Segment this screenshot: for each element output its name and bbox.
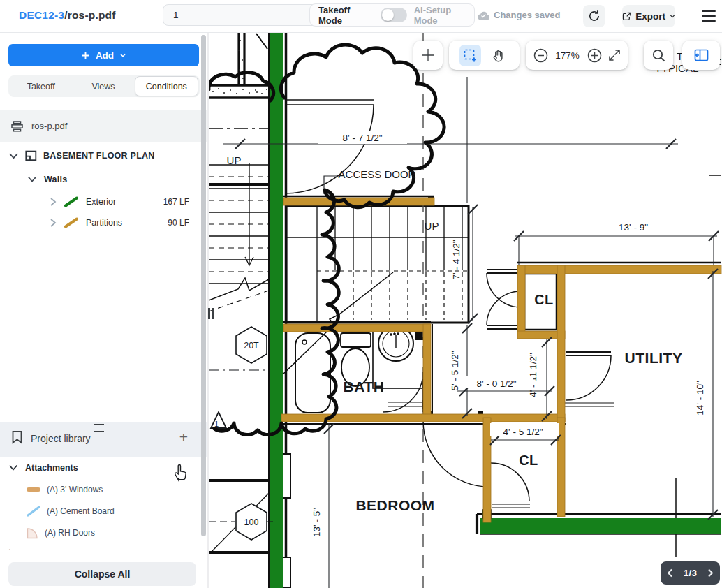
export-icon xyxy=(622,11,631,22)
window-swatch-icon xyxy=(26,485,41,494)
plan-fixtures xyxy=(295,326,427,413)
hand-icon xyxy=(492,49,505,62)
dim-label: 4' - 11 1/2" xyxy=(528,353,538,397)
collapse-all-button[interactable]: Collapse All xyxy=(8,562,196,586)
fit-screen-button[interactable] xyxy=(608,49,621,61)
project-library-add-button[interactable]: + xyxy=(179,429,188,446)
exterior-swatch-icon xyxy=(64,196,79,207)
toggle-knob xyxy=(382,9,394,21)
marquee-select-icon xyxy=(464,49,477,62)
project-name[interactable]: DEC12-3 xyxy=(19,9,64,21)
mode-switch-group: Takeoff Mode AI-Setup Mode xyxy=(309,3,475,27)
left-sidebar: Add Takeoff Views Conditions ros-p.pdf B… xyxy=(0,32,207,588)
project-library-section[interactable]: Project library + xyxy=(0,422,207,457)
tree-item-walls[interactable]: Walls xyxy=(27,172,67,187)
detail-tag: 100 xyxy=(244,517,259,527)
top-bar: DEC12-3/ros-p.pdf 1 Takeoff Mode AI-Setu… xyxy=(0,0,722,33)
dim-label: 14' - 10" xyxy=(695,381,705,416)
crosshair-tool-button[interactable] xyxy=(413,41,443,70)
bookmark-icon xyxy=(11,430,23,444)
project-library-title: Project library xyxy=(31,433,91,444)
attachments-title: Attachments xyxy=(25,463,78,473)
zoom-toolgroup: 177% xyxy=(526,41,628,70)
revision-cloud xyxy=(209,45,444,435)
search-button[interactable] xyxy=(644,41,673,70)
refresh-button[interactable] xyxy=(583,5,605,27)
floor-plan-icon xyxy=(25,150,37,161)
room-label-bath: BATH xyxy=(344,378,385,395)
ai-setup-mode-label: AI-Setup Mode xyxy=(414,5,474,26)
zoom-in-button[interactable] xyxy=(587,48,602,63)
attachment-item-windows[interactable]: (A) 3' Windows xyxy=(26,485,103,494)
dim-label: 13' - 5" xyxy=(311,508,322,537)
chevron-right-icon[interactable] xyxy=(50,218,57,228)
cloud-check-icon xyxy=(478,10,489,20)
marquee-select-button[interactable] xyxy=(459,45,481,66)
access-door-label: ACCESS DOOR xyxy=(339,168,416,180)
file-name: ros-p.pdf xyxy=(68,9,116,21)
save-status: Changes saved xyxy=(478,10,560,20)
plan-walls-black xyxy=(209,31,721,588)
refresh-icon xyxy=(588,10,601,22)
export-button[interactable]: Export xyxy=(622,5,675,27)
detail-tag: 20T xyxy=(244,341,259,351)
up-label: UP xyxy=(425,220,439,232)
tree-group-label: Walls xyxy=(44,175,67,184)
attachments-header[interactable]: Attachments xyxy=(8,463,78,473)
chevron-down-icon[interactable] xyxy=(27,176,37,183)
tree-item-basement-floor-plan[interactable]: BASEMENT FLOOR PLAN xyxy=(8,148,155,163)
detail-tag: 1 xyxy=(214,420,219,428)
zoom-level[interactable]: 177% xyxy=(554,50,581,61)
select-pan-toolgroup xyxy=(449,41,520,70)
mode-toggle[interactable] xyxy=(381,8,407,22)
document-row[interactable]: ros-p.pdf xyxy=(0,110,207,142)
room-label-utility: UTILITY xyxy=(625,350,683,366)
takeoff-mode-label: Takeoff Mode xyxy=(318,5,374,26)
dim-label: 8' - 7 1/2" xyxy=(343,133,383,143)
condition-row-partitions[interactable]: Partitions 90 LF xyxy=(50,214,199,231)
attachment-item-cement-board[interactable]: (A) Cement Board xyxy=(26,506,115,517)
tab-views[interactable]: Views xyxy=(72,77,134,96)
pan-hand-button[interactable] xyxy=(487,45,509,66)
add-button[interactable]: Add xyxy=(8,44,199,66)
page-navigator: 1/3 xyxy=(661,561,720,585)
panel-resize-handle[interactable] xyxy=(208,308,216,320)
dim-label: 7' - 4 1/2" xyxy=(451,240,462,279)
add-button-label: Add xyxy=(96,50,114,61)
sidebar-scrollbar[interactable] xyxy=(201,35,206,536)
tree-page-label: BASEMENT FLOOR PLAN xyxy=(43,151,155,161)
breadcrumb: DEC12-3/ros-p.pdf xyxy=(19,9,116,22)
split-view-button[interactable] xyxy=(682,41,720,70)
dim-label: 5' - 5 1/2" xyxy=(450,351,460,390)
tab-conditions[interactable]: Conditions xyxy=(135,76,198,96)
attachment-label: (A) RH Doors xyxy=(45,528,95,538)
next-page-button[interactable] xyxy=(707,568,714,578)
crosshair-icon xyxy=(421,48,435,62)
chevron-down-icon[interactable] xyxy=(8,464,18,471)
drag-handle-icon[interactable] xyxy=(94,424,104,432)
attachment-item-rh-doors[interactable]: (A) RH Doors xyxy=(26,527,95,539)
hamburger-menu-button[interactable] xyxy=(698,7,719,25)
plus-icon xyxy=(81,51,90,60)
chevron-down-icon[interactable] xyxy=(8,152,19,160)
condition-quantity: 90 LF xyxy=(168,218,189,228)
total-pages: 3 xyxy=(692,568,698,578)
condition-label: Partitions xyxy=(86,218,122,228)
door-swatch-icon xyxy=(26,527,39,539)
attachment-label: (A) Cement Board xyxy=(47,506,115,516)
page-indicator[interactable]: 1/3 xyxy=(684,568,698,578)
up-label: UP xyxy=(227,154,242,166)
condition-row-exterior[interactable]: Exterior 167 LF xyxy=(50,193,199,210)
document-name: ros-p.pdf xyxy=(31,121,67,131)
previous-page-button[interactable] xyxy=(667,568,673,578)
room-label-cl: CL xyxy=(519,453,538,468)
zoom-out-button[interactable] xyxy=(533,48,548,63)
chevron-right-icon[interactable] xyxy=(50,197,57,207)
plan-dimensions xyxy=(223,77,719,588)
tab-takeoff[interactable]: Takeoff xyxy=(10,77,72,96)
changes-saved-label: Changes saved xyxy=(494,10,560,20)
attachment-label: (A) 3' Windows xyxy=(47,485,103,494)
page-dropdown[interactable]: 1 xyxy=(163,4,333,26)
split-view-icon xyxy=(694,49,709,61)
search-icon xyxy=(652,49,665,62)
